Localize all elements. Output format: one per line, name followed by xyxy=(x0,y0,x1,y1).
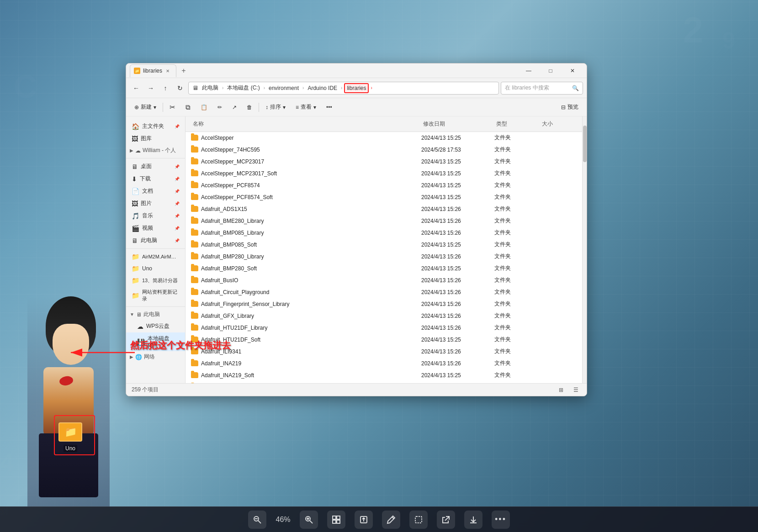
breadcrumb-libraries[interactable]: libraries xyxy=(344,83,369,93)
breadcrumb-c-drive[interactable]: 本地磁盘 (C:) xyxy=(225,83,261,93)
tab-libraries[interactable]: 📁 libraries ✕ xyxy=(130,64,176,77)
cut-btn[interactable]: ✂ xyxy=(165,100,180,114)
file-name: Adafruit_ADS1X15 xyxy=(201,206,247,212)
share-btn[interactable]: ↗ xyxy=(228,100,241,114)
table-row[interactable]: Adafruit_INA219_Soft 2024/4/13 15:25 文件夹 xyxy=(186,369,582,381)
file-type: 文件夹 xyxy=(494,158,540,165)
sidebar-item-home[interactable]: 🏠 主文件夹 📌 xyxy=(126,120,185,132)
sidebar-item-wps[interactable]: ☁ WPS云盘 xyxy=(126,320,185,332)
taskbar-zoom-in[interactable] xyxy=(300,511,318,529)
preview-btn[interactable]: ⊟ 预览 xyxy=(557,100,583,114)
svg-line-17 xyxy=(445,516,449,521)
col-modified[interactable]: 修改日期 xyxy=(421,119,494,129)
copy-btn[interactable]: ⧉ xyxy=(181,100,195,114)
file-modified: 2024/4/13 15:25 xyxy=(421,182,494,189)
taskbar-download[interactable] xyxy=(464,511,482,529)
table-row[interactable]: AccelStepper_PCF8574_Soft 2024/4/13 15:2… xyxy=(186,191,582,203)
up-btn[interactable]: ↑ xyxy=(159,82,172,95)
table-row[interactable]: Adafruit_BMP085_Soft 2024/4/13 15:25 文件夹 xyxy=(186,239,582,251)
sidebar-item-website[interactable]: 📁 网站资料更新记录 xyxy=(126,286,185,305)
sidebar-item-airm2m[interactable]: 📁 AirM2M.AirMCU... xyxy=(126,251,185,263)
view-btn[interactable]: ≡ 查看 ▾ xyxy=(291,100,321,114)
table-row[interactable]: AccelStepper_MCP23017 2024/4/13 15:25 文件… xyxy=(186,156,582,168)
sidebar-item-music[interactable]: 🎵 音乐 📌 xyxy=(126,210,185,222)
breadcrumb-environment[interactable]: environment xyxy=(267,84,301,92)
close-btn[interactable]: ✕ xyxy=(562,63,583,78)
table-row[interactable]: Adafruit_INA219 2024/4/13 15:26 文件夹 xyxy=(186,358,582,369)
search-bar[interactable]: 在 libraries 中搜索 🔍 xyxy=(501,82,583,95)
folder-label: Uno xyxy=(64,445,77,452)
sidebar-item-pictures[interactable]: 🖼 图片 📌 xyxy=(126,197,185,210)
file-type: 文件夹 xyxy=(494,217,540,225)
add-tab-btn[interactable]: + xyxy=(178,65,189,76)
more-btn[interactable]: ••• xyxy=(322,100,337,114)
sidebar-item-uno[interactable]: 📁 Uno xyxy=(126,263,185,274)
refresh-btn[interactable]: ↻ xyxy=(174,82,186,95)
sidebar-item-cdrive[interactable]: 💾 本地磁盘 (C:) xyxy=(126,332,185,351)
sidebar-item-downloads[interactable]: ⬇ 下载 📌 xyxy=(126,173,185,185)
scrollbar-thumb[interactable] xyxy=(583,126,587,162)
taskbar-share[interactable] xyxy=(437,511,455,529)
col-size[interactable]: 大小 xyxy=(540,119,577,129)
sidebar-item-thispc-expand[interactable]: ▼ 🖥 此电脑 xyxy=(126,309,185,320)
table-row[interactable]: Adafruit_BMP280_Library 2024/4/13 15:26 … xyxy=(186,251,582,263)
breadcrumb-arduino[interactable]: Arduino IDE xyxy=(306,84,339,92)
sidebar-item-videos[interactable]: 🎬 视频 📌 xyxy=(126,222,185,234)
file-type: 文件夹 xyxy=(494,134,540,142)
table-row[interactable]: Adafruit_Fingerprint_Sensor_Library 2024… xyxy=(186,298,582,310)
table-row[interactable]: Adafruit_GFX_Library 2024/4/13 15:26 文件夹 xyxy=(186,310,582,322)
taskbar-zoom-out[interactable] xyxy=(248,511,266,529)
taskbar-select[interactable] xyxy=(409,511,428,529)
taskbar-scroll[interactable] xyxy=(355,511,373,529)
breadcrumb-computer[interactable]: 此电脑 xyxy=(200,83,220,93)
taskbar-page[interactable] xyxy=(327,511,345,529)
col-type[interactable]: 类型 xyxy=(494,119,540,129)
back-btn[interactable]: ← xyxy=(130,82,143,95)
table-row[interactable]: Adafruit_HTU21DF_Library 2024/4/13 15:26… xyxy=(186,322,582,334)
table-row[interactable]: Adafruit_ILI9341 2024/4/13 15:26 文件夹 xyxy=(186,346,582,358)
table-row[interactable]: Adafruit_BMP280_Soft 2024/4/13 15:25 文件夹 xyxy=(186,263,582,274)
paste-btn[interactable]: 📋 xyxy=(196,100,212,114)
sidebar-label-music: 音乐 xyxy=(142,212,153,220)
table-row[interactable]: Adafruit_HTU21DF_Soft 2024/4/13 15:25 文件… xyxy=(186,334,582,346)
grid-view-btn[interactable]: ⊞ xyxy=(556,385,567,395)
maximize-btn[interactable]: □ xyxy=(540,63,561,78)
expand-icon-william: ▶ xyxy=(130,148,133,153)
sidebar-item-william[interactable]: ▶ ☁ William - 个人 xyxy=(126,145,185,156)
table-row[interactable]: AccelStepper_PCF8574 2024/4/13 15:25 文件夹 xyxy=(186,179,582,191)
sidebar-item-gallery[interactable]: 🖼 图库 xyxy=(126,132,185,145)
table-row[interactable]: AccelStepper 2024/4/13 15:25 文件夹 xyxy=(186,132,582,144)
desktop-folder-uno[interactable]: 📁 Uno xyxy=(58,422,82,452)
sidebar-item-desktop[interactable]: 🖥 桌面 📌 xyxy=(126,160,185,173)
scrollbar-track[interactable] xyxy=(582,116,587,383)
folder-icon-small xyxy=(191,360,198,366)
new-btn[interactable]: ⊕ 新建 ▾ xyxy=(130,100,161,114)
table-row[interactable]: Adafruit_BusIO 2024/4/13 15:26 文件夹 xyxy=(186,274,582,286)
tab-close-btn[interactable]: ✕ xyxy=(165,68,170,74)
rename-btn[interactable]: ✏ xyxy=(213,100,227,114)
file-modified: 2024/5/28 17:53 xyxy=(421,147,494,153)
taskbar-pen[interactable] xyxy=(382,511,400,529)
sidebar-item-network[interactable]: ▶ 🌐 网络 xyxy=(126,351,185,363)
minimize-btn[interactable]: — xyxy=(518,63,539,78)
sidebar-item-score[interactable]: 📁 13、简易计分器 xyxy=(126,274,185,286)
table-row[interactable]: Adafruit_ADS1X15 2024/4/13 15:26 文件夹 xyxy=(186,203,582,215)
svg-rect-9 xyxy=(333,516,336,519)
list-view-btn[interactable]: ☰ xyxy=(570,385,581,395)
table-row[interactable]: AccelStepper_74HC595 2024/5/28 17:53 文件夹 xyxy=(186,144,582,156)
forward-btn[interactable]: → xyxy=(144,82,157,95)
delete-btn[interactable]: 🗑 xyxy=(242,100,257,114)
sidebar-divider-2 xyxy=(126,248,185,249)
expand-icon-network: ▶ xyxy=(130,354,133,359)
sidebar-item-docs[interactable]: 📄 文档 📌 xyxy=(126,185,185,197)
sort-btn[interactable]: ↕ 排序 ▾ xyxy=(261,100,290,114)
table-row[interactable]: Adafruit_BME280_Library 2024/4/13 15:26 … xyxy=(186,215,582,227)
table-row[interactable]: Adafruit_Circuit_Playground 2024/4/13 15… xyxy=(186,286,582,298)
sidebar-item-computer[interactable]: 🖥 此电脑 📌 xyxy=(126,234,185,247)
table-row[interactable]: Adafruit_BMP085_Library 2024/4/13 15:26 … xyxy=(186,227,582,239)
file-name-cell: AccelStepper xyxy=(191,135,421,141)
table-row[interactable]: AccelStepper_MCP23017_Soft 2024/4/13 15:… xyxy=(186,168,582,179)
col-name[interactable]: 名称 xyxy=(191,119,421,129)
taskbar-more[interactable]: ••• xyxy=(492,511,510,529)
address-bar[interactable]: 🖥 此电脑 › 本地磁盘 (C:) › environment › Arduin… xyxy=(188,82,499,95)
